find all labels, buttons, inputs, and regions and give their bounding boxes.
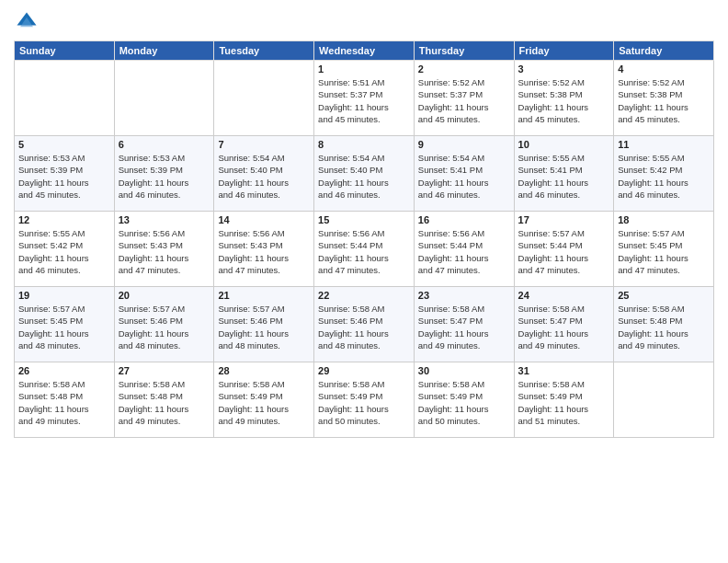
day-info-line: Sunset: 5:49 PM <box>518 390 610 402</box>
column-header-saturday: Saturday <box>614 41 714 61</box>
calendar-cell: 12Sunrise: 5:55 AMSunset: 5:42 PMDayligh… <box>15 212 115 287</box>
column-header-tuesday: Tuesday <box>214 41 314 61</box>
day-info-line: Sunset: 5:49 PM <box>318 390 410 402</box>
day-info-line: and 46 minutes. <box>218 189 310 201</box>
day-info-line: and 47 minutes. <box>618 264 710 276</box>
day-info-line: Daylight: 11 hours <box>418 177 510 189</box>
day-info-line: and 47 minutes. <box>418 264 510 276</box>
day-info-line: Sunrise: 5:56 AM <box>418 227 510 239</box>
day-number: 31 <box>518 365 610 376</box>
calendar-cell: 18Sunrise: 5:57 AMSunset: 5:45 PMDayligh… <box>614 212 714 287</box>
day-info-line: Sunrise: 5:58 AM <box>18 378 110 390</box>
calendar-cell: 17Sunrise: 5:57 AMSunset: 5:44 PMDayligh… <box>514 212 614 287</box>
day-info-line: Daylight: 11 hours <box>318 252 410 264</box>
calendar-cell: 7Sunrise: 5:54 AMSunset: 5:40 PMDaylight… <box>214 136 314 212</box>
calendar-cell: 24Sunrise: 5:58 AMSunset: 5:47 PMDayligh… <box>514 287 614 362</box>
day-info-line: Sunset: 5:48 PM <box>119 390 210 402</box>
day-number: 8 <box>318 139 410 150</box>
day-info-line: Daylight: 11 hours <box>218 403 310 415</box>
calendar-cell: 13Sunrise: 5:56 AMSunset: 5:43 PMDayligh… <box>114 212 214 287</box>
day-number: 20 <box>119 290 210 301</box>
calendar-cell: 6Sunrise: 5:53 AMSunset: 5:39 PMDaylight… <box>114 136 214 212</box>
day-info-line: and 46 minutes. <box>318 189 410 201</box>
day-info-line: Sunrise: 5:52 AM <box>518 76 610 88</box>
day-info-line: Sunrise: 5:52 AM <box>418 76 510 88</box>
day-info-line: Daylight: 11 hours <box>119 177 210 189</box>
day-number: 16 <box>418 214 510 225</box>
day-info-line: and 48 minutes. <box>318 339 410 351</box>
day-info-line: Daylight: 11 hours <box>119 327 210 339</box>
day-info-line: Sunrise: 5:58 AM <box>119 378 210 390</box>
day-info-line: Daylight: 11 hours <box>518 403 610 415</box>
day-number: 15 <box>318 214 410 225</box>
day-number: 24 <box>518 290 610 301</box>
day-info-line: Daylight: 11 hours <box>318 327 410 339</box>
day-info-line: Sunset: 5:49 PM <box>218 390 310 402</box>
day-info-line: Daylight: 11 hours <box>119 403 210 415</box>
day-info-line: and 46 minutes. <box>418 189 510 201</box>
day-number: 26 <box>18 365 110 376</box>
calendar-week-row: 1Sunrise: 5:51 AMSunset: 5:37 PMDaylight… <box>15 61 714 136</box>
calendar-cell: 2Sunrise: 5:52 AMSunset: 5:37 PMDaylight… <box>414 61 514 136</box>
day-info-line: Sunset: 5:47 PM <box>418 315 510 327</box>
calendar-cell: 1Sunrise: 5:51 AMSunset: 5:37 PMDaylight… <box>314 61 415 136</box>
day-info-line: and 46 minutes. <box>518 189 610 201</box>
calendar-cell: 14Sunrise: 5:56 AMSunset: 5:43 PMDayligh… <box>214 212 314 287</box>
day-number: 17 <box>518 214 610 225</box>
day-info-line: Daylight: 11 hours <box>318 403 410 415</box>
day-number: 25 <box>618 290 710 301</box>
day-info-line: Sunrise: 5:58 AM <box>518 378 610 390</box>
day-info-line: Sunset: 5:45 PM <box>618 239 710 251</box>
day-info-line: Daylight: 11 hours <box>418 101 510 113</box>
day-info-line: Sunset: 5:41 PM <box>518 164 610 176</box>
calendar-cell <box>614 362 714 438</box>
day-info-line: and 46 minutes. <box>18 264 110 276</box>
calendar-cell: 15Sunrise: 5:56 AMSunset: 5:44 PMDayligh… <box>314 212 415 287</box>
day-info-line: Daylight: 11 hours <box>618 177 710 189</box>
day-info-line: and 49 minutes. <box>618 339 710 351</box>
day-number: 4 <box>618 63 710 75</box>
day-info-line: Sunset: 5:44 PM <box>418 239 510 251</box>
calendar-cell: 4Sunrise: 5:52 AMSunset: 5:38 PMDaylight… <box>614 61 714 136</box>
day-number: 10 <box>518 139 610 150</box>
day-info-line: Sunset: 5:45 PM <box>18 315 110 327</box>
day-info-line: Sunset: 5:43 PM <box>218 239 310 251</box>
day-info-line: Daylight: 11 hours <box>18 327 110 339</box>
day-info-line: Sunset: 5:39 PM <box>18 164 110 176</box>
calendar-cell: 29Sunrise: 5:58 AMSunset: 5:49 PMDayligh… <box>314 362 415 438</box>
calendar-header-row: SundayMondayTuesdayWednesdayThursdayFrid… <box>15 41 714 61</box>
day-number: 6 <box>119 139 210 150</box>
calendar-cell: 10Sunrise: 5:55 AMSunset: 5:41 PMDayligh… <box>514 136 614 212</box>
calendar-table: SundayMondayTuesdayWednesdayThursdayFrid… <box>14 40 714 438</box>
day-info-line: Sunrise: 5:56 AM <box>318 227 410 239</box>
column-header-thursday: Thursday <box>414 41 514 61</box>
day-info-line: Sunset: 5:41 PM <box>418 164 510 176</box>
day-info-line: Daylight: 11 hours <box>418 327 510 339</box>
day-info-line: and 49 minutes. <box>418 339 510 351</box>
day-info-line: Daylight: 11 hours <box>618 252 710 264</box>
calendar-cell: 30Sunrise: 5:58 AMSunset: 5:49 PMDayligh… <box>414 362 514 438</box>
day-info-line: Sunset: 5:46 PM <box>119 315 210 327</box>
day-number: 28 <box>218 365 310 376</box>
day-info-line: Sunrise: 5:54 AM <box>418 152 510 164</box>
day-info-line: Sunrise: 5:58 AM <box>418 378 510 390</box>
day-number: 13 <box>119 214 210 225</box>
day-info-line: Sunset: 5:38 PM <box>518 88 610 100</box>
day-info-line: and 47 minutes. <box>518 264 610 276</box>
day-info-line: Sunrise: 5:57 AM <box>218 303 310 315</box>
day-number: 3 <box>518 63 610 75</box>
day-info-line: Sunrise: 5:58 AM <box>318 378 410 390</box>
calendar-week-row: 26Sunrise: 5:58 AMSunset: 5:48 PMDayligh… <box>15 362 714 438</box>
calendar-cell: 25Sunrise: 5:58 AMSunset: 5:48 PMDayligh… <box>614 287 714 362</box>
day-info-line: Sunrise: 5:55 AM <box>618 152 710 164</box>
day-info-line: Daylight: 11 hours <box>418 252 510 264</box>
day-number: 11 <box>618 139 710 150</box>
calendar-cell: 5Sunrise: 5:53 AMSunset: 5:39 PMDaylight… <box>15 136 115 212</box>
logo-icon <box>14 9 40 35</box>
day-info-line: and 49 minutes. <box>218 415 310 427</box>
day-info-line: and 49 minutes. <box>18 415 110 427</box>
day-info-line: Sunset: 5:44 PM <box>318 239 410 251</box>
day-number: 18 <box>618 214 710 225</box>
day-info-line: Sunset: 5:42 PM <box>618 164 710 176</box>
day-info-line: and 46 minutes. <box>119 189 210 201</box>
